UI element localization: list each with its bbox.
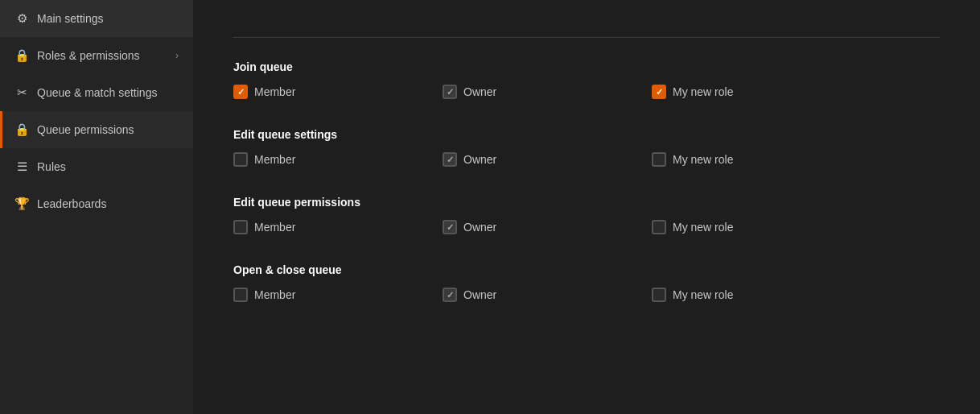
checkbox-label: Owner — [463, 85, 496, 98]
checkbox-item-edit-queue-permissions-my-new-role[interactable]: My new role — [652, 220, 861, 234]
checkbox-label: Owner — [463, 153, 496, 166]
check-mark: ✓ — [656, 88, 663, 97]
checkbox-edit-queue-permissions-member[interactable] — [233, 220, 248, 234]
checkbox-label: Member — [254, 85, 295, 98]
checkbox-label: My new role — [673, 221, 733, 234]
checkbox-item-edit-queue-settings-member[interactable]: Member — [233, 152, 443, 167]
checkbox-join-queue-owner[interactable]: ✓ — [443, 85, 457, 99]
sidebar: ⚙Main settings🔒Roles & permissions›✂Queu… — [0, 0, 193, 414]
section-label-join-queue: Join queue — [233, 60, 940, 73]
sidebar-item-queue-match-settings[interactable]: ✂Queue & match settings — [0, 74, 193, 111]
permission-section-open-close-queue: Open & close queueMember✓OwnerMy new rol… — [233, 263, 940, 302]
checkbox-edit-queue-permissions-my-new-role[interactable] — [652, 220, 666, 234]
⚙-icon: ⚙ — [14, 11, 29, 26]
checkbox-label: My new role — [673, 153, 733, 166]
✂-icon: ✂ — [14, 85, 29, 100]
checkbox-item-open-close-queue-my-new-role[interactable]: My new role — [652, 288, 861, 302]
🔒-icon: 🔒 — [14, 48, 29, 63]
checkbox-item-open-close-queue-member[interactable]: Member — [233, 288, 443, 302]
checkbox-row-edit-queue-permissions: Member✓OwnerMy new role — [233, 220, 940, 234]
checkbox-row-join-queue: ✓Member✓Owner✓My new role — [233, 85, 940, 99]
chevron-icon: › — [175, 50, 179, 61]
checkbox-edit-queue-settings-my-new-role[interactable] — [652, 152, 666, 167]
check-mark: ✓ — [447, 155, 454, 164]
checkbox-edit-queue-settings-owner[interactable]: ✓ — [443, 152, 457, 167]
sidebar-label-roles-permissions: Roles & permissions — [37, 49, 140, 62]
sidebar-item-leaderboards[interactable]: 🏆Leaderboards — [0, 185, 193, 222]
permission-section-join-queue: Join queue✓Member✓Owner✓My new role — [233, 60, 940, 99]
checkbox-open-close-queue-owner[interactable]: ✓ — [443, 288, 457, 302]
checkbox-label: Owner — [463, 221, 496, 234]
sidebar-label-rules: Rules — [37, 160, 66, 173]
checkbox-label: Member — [254, 153, 295, 166]
sidebar-item-queue-permissions[interactable]: 🔒Queue permissions — [0, 111, 193, 148]
sidebar-label-queue-permissions: Queue permissions — [37, 123, 134, 136]
title-divider — [233, 37, 940, 38]
checkbox-item-join-queue-owner[interactable]: ✓Owner — [443, 85, 652, 99]
checkbox-label: Member — [254, 221, 295, 234]
checkbox-item-edit-queue-permissions-owner[interactable]: ✓Owner — [443, 220, 652, 234]
checkbox-item-edit-queue-settings-owner[interactable]: ✓Owner — [443, 152, 652, 167]
check-mark: ✓ — [237, 88, 245, 97]
checkbox-edit-queue-permissions-owner[interactable]: ✓ — [443, 220, 457, 234]
sidebar-label-leaderboards: Leaderboards — [37, 197, 106, 210]
sidebar-item-rules[interactable]: ☰Rules — [0, 148, 193, 185]
checkbox-open-close-queue-my-new-role[interactable] — [652, 288, 666, 302]
checkbox-item-edit-queue-permissions-member[interactable]: Member — [233, 220, 443, 234]
sidebar-label-queue-match-settings: Queue & match settings — [37, 86, 157, 99]
🏆-icon: 🏆 — [14, 197, 29, 211]
section-label-edit-queue-permissions: Edit queue permissions — [233, 196, 940, 209]
checkbox-label: Owner — [463, 288, 496, 301]
permission-section-edit-queue-permissions: Edit queue permissionsMember✓OwnerMy new… — [233, 196, 940, 234]
☰-icon: ☰ — [14, 159, 29, 174]
checkbox-item-open-close-queue-owner[interactable]: ✓Owner — [443, 288, 652, 302]
🔒-icon: 🔒 — [14, 122, 29, 137]
check-mark: ✓ — [447, 223, 454, 232]
checkbox-item-join-queue-my-new-role[interactable]: ✓My new role — [652, 85, 861, 99]
checkbox-join-queue-member[interactable]: ✓ — [233, 85, 248, 99]
sections-container: Join queue✓Member✓Owner✓My new roleEdit … — [233, 60, 940, 302]
permission-section-edit-queue-settings: Edit queue settingsMember✓OwnerMy new ro… — [233, 128, 940, 167]
checkbox-edit-queue-settings-member[interactable] — [233, 152, 248, 167]
checkbox-item-join-queue-member[interactable]: ✓Member — [233, 85, 443, 99]
main-content: Join queue✓Member✓Owner✓My new roleEdit … — [193, 0, 980, 414]
sidebar-item-roles-permissions[interactable]: 🔒Roles & permissions› — [0, 37, 193, 74]
check-mark: ✓ — [447, 291, 454, 300]
section-label-open-close-queue: Open & close queue — [233, 263, 940, 276]
checkbox-open-close-queue-member[interactable] — [233, 288, 248, 302]
checkbox-item-edit-queue-settings-my-new-role[interactable]: My new role — [652, 152, 861, 167]
checkbox-row-edit-queue-settings: Member✓OwnerMy new role — [233, 152, 940, 167]
sidebar-item-main-settings[interactable]: ⚙Main settings — [0, 0, 193, 37]
checkbox-label: My new role — [673, 85, 733, 98]
checkbox-label: My new role — [673, 288, 733, 301]
checkbox-label: Member — [254, 288, 295, 301]
sidebar-label-main-settings: Main settings — [37, 12, 103, 25]
check-mark: ✓ — [447, 88, 454, 97]
checkbox-row-open-close-queue: Member✓OwnerMy new role — [233, 288, 940, 302]
checkbox-join-queue-my-new-role[interactable]: ✓ — [652, 85, 666, 99]
section-label-edit-queue-settings: Edit queue settings — [233, 128, 940, 141]
